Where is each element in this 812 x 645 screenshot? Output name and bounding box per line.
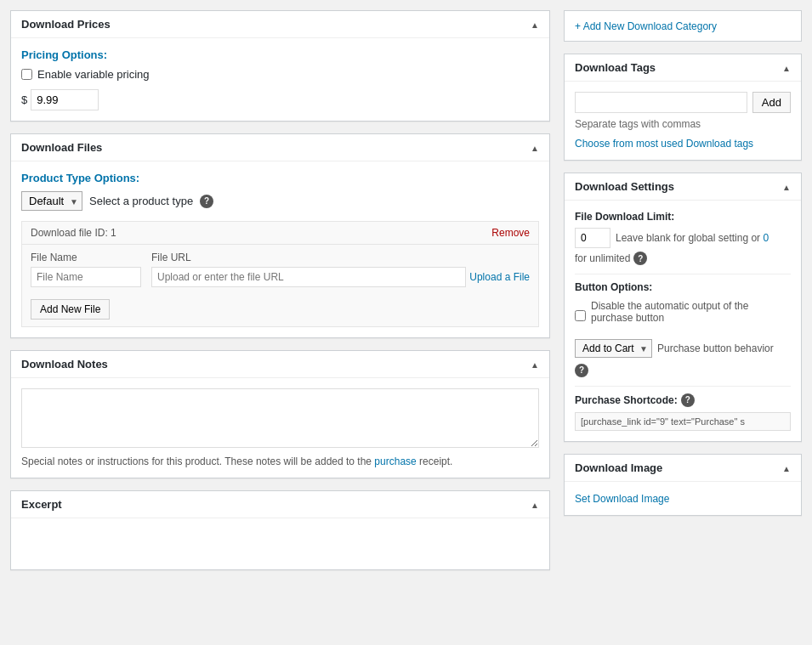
download-file-id-label: Download file ID: 1 — [31, 227, 116, 239]
purchase-behavior-row: Add to Cart ▼ Purchase button behavior — [575, 339, 791, 358]
download-files-body: Product Type Options: Default ▼ Select a… — [11, 161, 549, 337]
price-row: $ — [21, 89, 539, 110]
add-new-file-button[interactable]: Add New File — [31, 299, 110, 320]
limit-help-icon: ? — [633, 252, 647, 265]
excerpt-title: Excerpt — [21, 498, 62, 511]
purchase-receipt-link[interactable]: purchase — [374, 455, 416, 467]
download-settings-body: File Download Limit: Leave blank for glo… — [565, 201, 801, 441]
upload-file-link[interactable]: Upload a File — [469, 271, 530, 283]
excerpt-body — [11, 518, 549, 569]
disable-purchase-button-label: Disable the automatic output of the purc… — [591, 300, 791, 324]
excerpt-panel: Excerpt — [10, 490, 550, 570]
download-image-header: Download Image — [565, 455, 801, 482]
pricing-options-label: Pricing Options: — [21, 48, 539, 61]
download-prices-toggle-icon[interactable] — [531, 18, 539, 31]
file-name-input[interactable] — [31, 267, 141, 287]
purchase-behavior-select-wrapper: Add to Cart ▼ — [575, 339, 652, 358]
file-name-col: File Name — [31, 252, 141, 287]
purchase-behavior-help-row: ? — [575, 363, 791, 377]
download-settings-header: Download Settings — [565, 173, 801, 201]
limit-suffix: for unlimited — [575, 252, 630, 264]
settings-divider-2 — [575, 386, 791, 387]
purchase-behavior-label: Purchase button behavior — [657, 342, 774, 354]
shortcode-help-icon: ? — [681, 393, 695, 407]
file-url-col-label: File URL — [151, 252, 530, 263]
tag-add-button[interactable]: Add — [752, 92, 791, 113]
download-file-box: Download file ID: 1 Remove File Name Fil… — [21, 221, 539, 327]
disable-purchase-button-checkbox[interactable] — [575, 310, 586, 321]
add-new-category-link[interactable]: + Add New Download Category — [575, 20, 717, 32]
purchase-shortcode-label: Purchase Shortcode: — [575, 394, 678, 406]
choose-tags-link[interactable]: Choose from most used Download tags — [575, 138, 753, 150]
shortcode-input[interactable] — [575, 412, 791, 431]
download-notes-title: Download Notes — [21, 358, 108, 371]
download-image-title: Download Image — [575, 461, 662, 474]
set-download-image-link[interactable]: Set Download Image — [575, 493, 669, 505]
purchase-behavior-select[interactable]: Add to Cart — [575, 339, 652, 358]
notes-textarea[interactable] — [21, 388, 539, 448]
variable-pricing-row: Enable variable pricing — [21, 68, 539, 81]
download-files-toggle-icon[interactable] — [531, 141, 539, 154]
download-image-toggle-icon[interactable] — [782, 461, 791, 474]
tag-input-row: Add — [575, 92, 791, 113]
limit-zero-link[interactable]: 0 — [763, 232, 769, 244]
file-download-limit-row: Leave blank for global setting or 0 — [575, 228, 791, 248]
download-prices-panel: Download Prices Pricing Options: Enable … — [10, 10, 550, 122]
download-tags-body: Add Separate tags with commas Choose fro… — [565, 82, 801, 160]
download-settings-toggle-icon[interactable] — [782, 180, 791, 193]
tags-separator-hint: Separate tags with commas — [575, 118, 791, 130]
button-options-title: Button Options: — [575, 281, 791, 293]
download-files-header: Download Files — [11, 134, 549, 161]
download-tags-title: Download Tags — [575, 61, 656, 74]
product-type-help-icon: ? — [200, 195, 213, 208]
limit-description: Leave blank for global setting or 0 — [616, 232, 769, 244]
download-notes-header: Download Notes — [11, 351, 549, 378]
product-type-select-wrapper: Default ▼ — [21, 191, 82, 211]
purchase-behavior-help-icon: ? — [575, 364, 588, 377]
excerpt-header: Excerpt — [11, 491, 549, 518]
remove-file-link[interactable]: Remove — [491, 227, 530, 239]
settings-divider — [575, 274, 791, 274]
file-url-col: File URL Upload a File — [151, 252, 530, 287]
enable-variable-pricing-label: Enable variable pricing — [37, 68, 150, 81]
enable-variable-pricing-checkbox[interactable] — [21, 69, 32, 80]
download-tags-toggle-icon[interactable] — [782, 61, 791, 74]
file-name-col-label: File Name — [31, 252, 141, 263]
notes-description: Special notes or instructions for this p… — [21, 455, 539, 467]
download-tags-panel: Download Tags Add Separate tags with com… — [564, 54, 802, 161]
download-tags-header: Download Tags — [565, 54, 801, 82]
download-notes-panel: Download Notes Special notes or instruct… — [10, 350, 550, 478]
download-prices-title: Download Prices — [21, 18, 111, 31]
download-files-title: Download Files — [21, 141, 102, 154]
file-columns: File Name File URL Upload a File — [31, 252, 530, 287]
product-type-select[interactable]: Default — [21, 191, 82, 211]
disable-purchase-button-row: Disable the automatic output of the purc… — [575, 300, 791, 331]
limit-suffix-row: for unlimited ? — [575, 252, 791, 265]
download-file-header: Download file ID: 1 Remove — [22, 222, 538, 245]
file-download-limit-label: File Download Limit: — [575, 211, 791, 223]
download-settings-title: Download Settings — [575, 180, 674, 193]
excerpt-toggle-icon[interactable] — [531, 498, 539, 511]
product-type-options-label: Product Type Options: — [21, 172, 539, 184]
limit-input[interactable] — [575, 228, 610, 248]
product-type-row: Default ▼ Select a product type ? — [21, 191, 539, 211]
tag-input[interactable] — [575, 92, 747, 113]
download-image-body: Set Download Image — [565, 482, 801, 515]
file-url-input[interactable] — [151, 267, 466, 287]
price-symbol: $ — [21, 93, 27, 106]
file-url-row: Upload a File — [151, 267, 530, 287]
download-prices-header: Download Prices — [11, 11, 549, 38]
download-notes-toggle-icon[interactable] — [531, 358, 539, 371]
price-input[interactable] — [31, 89, 99, 110]
download-settings-panel: Download Settings File Download Limit: L… — [564, 173, 802, 442]
file-fields: File Name File URL Upload a File — [22, 245, 538, 326]
download-notes-body: Special notes or instructions for this p… — [11, 378, 549, 478]
download-prices-body: Pricing Options: Enable variable pricing… — [11, 38, 549, 121]
purchase-shortcode-label-row: Purchase Shortcode: ? — [575, 393, 791, 407]
download-image-panel: Download Image Set Download Image — [564, 454, 802, 516]
select-product-type-label: Select a product type — [89, 195, 193, 207]
download-files-panel: Download Files Product Type Options: Def… — [10, 133, 550, 338]
download-category-box: + Add New Download Category — [564, 10, 802, 42]
